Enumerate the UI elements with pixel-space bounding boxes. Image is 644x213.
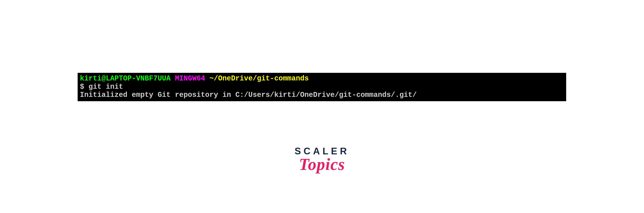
- path-text: ~/OneDrive/git-commands: [210, 74, 309, 82]
- user-host-text: kirti@LAPTOP-VNBF7UUA: [80, 74, 170, 82]
- scaler-topics-logo: SCALER Topics: [295, 146, 350, 174]
- command-text: $ git init: [80, 83, 564, 91]
- terminal-prompt: kirti@LAPTOP-VNBF7UUA MINGW64 ~/OneDrive…: [80, 74, 564, 83]
- output-text: Initialized empty Git repository in C:/U…: [80, 91, 564, 99]
- shell-text: MINGW64: [175, 74, 205, 82]
- terminal-window[interactable]: kirti@LAPTOP-VNBF7UUA MINGW64 ~/OneDrive…: [78, 73, 566, 101]
- logo-text-topics: Topics: [295, 155, 350, 174]
